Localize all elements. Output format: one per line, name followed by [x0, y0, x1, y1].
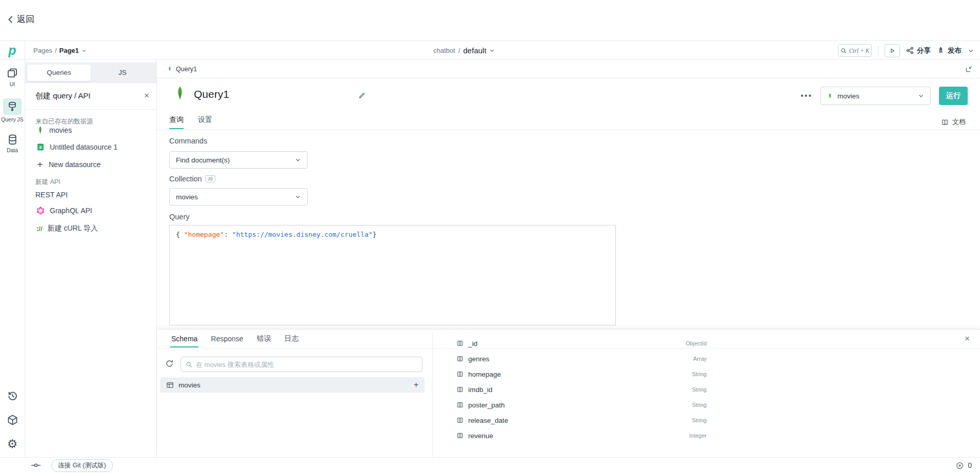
app-logo[interactable]: p [0, 41, 25, 60]
plus-icon [36, 161, 44, 168]
field-type: Integer [689, 433, 707, 439]
field-name: release_date [468, 417, 508, 424]
collapse-icon[interactable] [965, 65, 973, 73]
refresh-icon[interactable] [165, 359, 174, 368]
collection-dropdown[interactable]: movies [169, 188, 308, 205]
datasource-item-untitled[interactable]: Untitled datasource 1 [36, 143, 117, 151]
commands-dropdown[interactable]: Find document(s) [169, 151, 308, 169]
rail-item-query-js[interactable]: Query JS [1, 98, 24, 122]
tab-logs[interactable]: 日志 [284, 334, 298, 343]
datasource-select[interactable]: movies [821, 87, 931, 105]
rest-api-item[interactable]: REST API [35, 191, 68, 199]
column-icon [456, 340, 464, 347]
search-icon [841, 48, 847, 54]
bottom-panel-tabs: Schema Response 错误 日志 [171, 330, 298, 348]
chevron-down-icon [295, 194, 301, 200]
schema-fields-pane: _id ObjectId genres Array homepage Strin… [432, 336, 712, 457]
query-code-editor[interactable]: { "homepage": "https://movies.disney.com… [169, 225, 616, 325]
column-icon [456, 401, 464, 408]
field-row[interactable]: _id ObjectId [432, 336, 712, 351]
graphql-icon [36, 207, 45, 215]
new-datasource-button[interactable]: New datasource [36, 160, 101, 169]
branch-name: default [463, 46, 486, 55]
package-cube-icon[interactable] [7, 414, 18, 426]
graphql-api-item[interactable]: GraphQL API [36, 207, 92, 215]
tab-schema[interactable]: Schema [171, 335, 197, 343]
back-button[interactable]: 返回 [7, 13, 34, 25]
field-name: revenue [468, 432, 493, 440]
tab-queries[interactable]: Queries [27, 65, 91, 81]
left-rail: UI Query JS Data ⚙ [0, 60, 25, 457]
tab-response[interactable]: Response [211, 335, 243, 343]
book-icon [941, 118, 949, 126]
open-query-tab-strip: Query1 [157, 60, 980, 78]
field-type: String [692, 402, 707, 408]
chevron-left-icon [7, 15, 14, 24]
close-icon[interactable]: × [965, 334, 970, 344]
field-row[interactable]: imdb_id String [432, 382, 712, 397]
history-icon[interactable] [7, 390, 18, 402]
column-icon [456, 417, 464, 424]
tab-settings[interactable]: 设置 [198, 115, 212, 125]
field-name: _id [468, 340, 477, 347]
datasource-item-movies[interactable]: movies [36, 126, 72, 135]
collection-value: movies [176, 193, 198, 201]
close-icon[interactable]: × [144, 91, 149, 101]
settings-gear-icon[interactable]: ⚙ [7, 438, 18, 450]
app-name-switcher[interactable]: chatbot / default [433, 41, 495, 60]
more-options-icon[interactable]: ••• [801, 91, 812, 100]
commands-value: Find document(s) [176, 156, 230, 164]
share-label: 分享 [917, 46, 931, 55]
curl-import-item[interactable]: :// 新建 cURL 导入 [36, 224, 98, 233]
field-row[interactable]: revenue Integer [432, 428, 712, 443]
rail-item-ui[interactable]: UI [6, 67, 18, 87]
error-count: 0 [968, 461, 972, 469]
omnibar-search[interactable]: Ctrl + K [838, 44, 872, 57]
schema-search-box[interactable] [181, 357, 423, 372]
schema-collections-pane: movies + [157, 348, 432, 457]
share-button[interactable]: 分享 [906, 46, 931, 55]
field-name: homepage [468, 371, 501, 378]
publish-button[interactable]: 发布 [937, 46, 962, 55]
table-icon [166, 381, 174, 389]
rail-label-query-js: Query JS [1, 116, 24, 122]
tab-query[interactable]: 查询 [169, 115, 184, 125]
preview-play-button[interactable] [885, 44, 900, 57]
js-badge[interactable]: JS [205, 175, 216, 182]
plus-icon[interactable]: + [414, 380, 418, 389]
edit-pencil-icon[interactable] [358, 92, 366, 99]
collection-row-movies[interactable]: movies + [160, 377, 425, 393]
rail-item-data[interactable]: Data [7, 134, 18, 153]
collection-row-name: movies [178, 381, 201, 389]
field-row[interactable]: homepage String [432, 366, 712, 382]
back-label: 返回 [17, 13, 34, 25]
code-brace-close: } [373, 231, 377, 238]
run-button[interactable]: 运行 [939, 87, 968, 105]
schema-search-input[interactable] [196, 361, 417, 368]
code-brace-open: { [176, 231, 184, 238]
field-row[interactable]: genres Array [432, 351, 712, 366]
tab-errors[interactable]: 错误 [256, 334, 271, 343]
git-branch-icon[interactable] [31, 462, 41, 469]
tab-js[interactable]: JS [91, 65, 154, 81]
open-query-tab[interactable]: Query1 [176, 66, 197, 73]
new-datasource-label: New datasource [49, 160, 101, 169]
breadcrumb[interactable]: Pages / Page1 [33, 41, 87, 60]
create-query-title: 创建 query / API [35, 91, 91, 101]
connect-git-button[interactable]: 连接 Git (测试版) [51, 459, 113, 472]
collection-label: Collection [169, 175, 202, 183]
header: p Pages / Page1 chatbot / default Ctrl +… [0, 40, 980, 60]
error-count-icon[interactable] [956, 462, 964, 469]
code-colon: : [224, 231, 232, 238]
field-row[interactable]: release_date String [432, 413, 712, 428]
rocket-icon [937, 47, 945, 54]
schema-response-panel: Schema Response 错误 日志 × movies + _id Ob [157, 329, 980, 457]
datasource-select-value: movies [837, 92, 859, 100]
status-bar: 连接 Git (测试版) 0 [0, 457, 980, 473]
existing-datasource-section: 来自已存在的数据源 [35, 117, 93, 126]
chevron-down-icon[interactable] [968, 48, 974, 54]
docs-link[interactable]: 文档 [941, 117, 966, 127]
header-divider [878, 46, 878, 56]
breadcrumb-separator: / [55, 47, 57, 54]
field-row[interactable]: poster_path String [432, 397, 712, 413]
